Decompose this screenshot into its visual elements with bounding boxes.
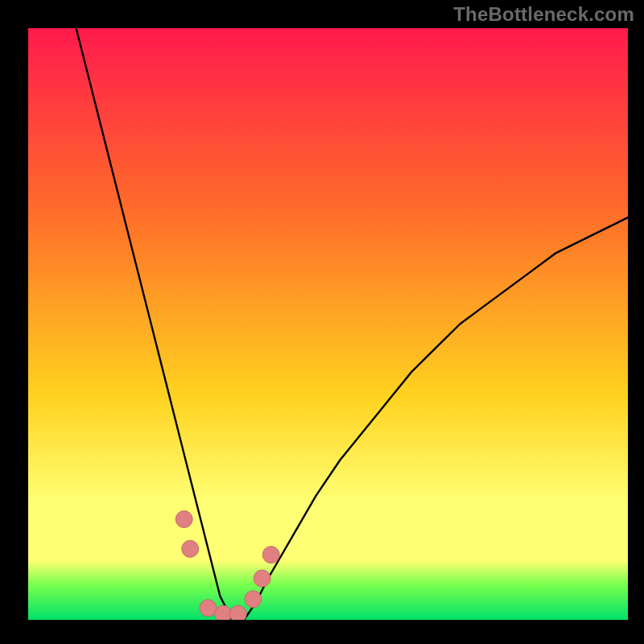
valley-marker xyxy=(262,547,279,564)
valley-marker xyxy=(229,605,246,622)
valley-marker xyxy=(254,570,270,587)
valley-marker xyxy=(175,511,192,528)
valley-marker xyxy=(245,591,262,608)
bottleneck-chart xyxy=(0,0,644,644)
watermark-text: TheBottleneck.com xyxy=(453,3,634,26)
chart-frame: TheBottleneck.com xyxy=(0,0,644,644)
valley-marker xyxy=(200,600,217,617)
valley-marker xyxy=(182,540,199,557)
valley-marker xyxy=(215,605,232,622)
heat-gradient-area xyxy=(28,28,628,620)
